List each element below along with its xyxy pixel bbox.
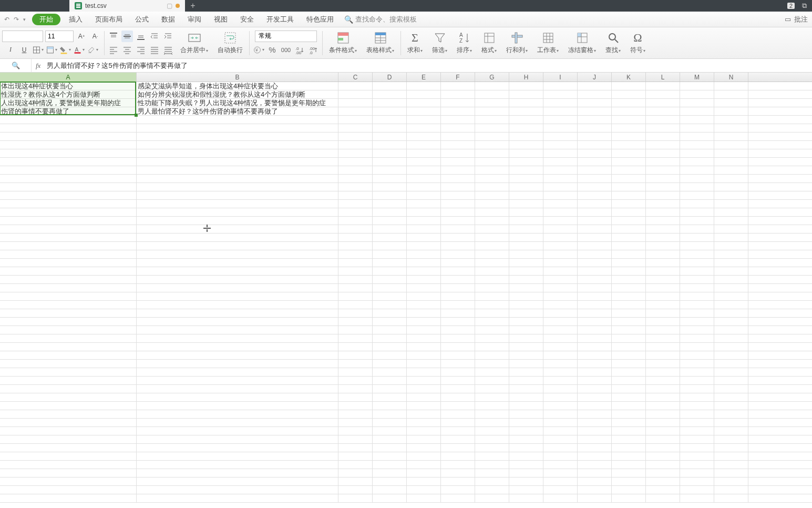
increase-decimal-button[interactable]: .0.00: [294, 44, 305, 56]
number-format-select[interactable]: [255, 31, 317, 42]
comment-label[interactable]: 批注: [794, 15, 808, 24]
svg-text:A: A: [459, 32, 463, 38]
decrease-decimal-button[interactable]: .00.0: [307, 44, 319, 56]
halign-center-button[interactable]: [121, 44, 133, 56]
rowcol-button[interactable]: 行和列▾: [503, 30, 531, 56]
svg-rect-5: [61, 53, 67, 54]
col-header-G[interactable]: G: [475, 73, 509, 82]
selection-fill-handle[interactable]: [135, 114, 138, 117]
decrease-font-button[interactable]: A-: [89, 31, 101, 42]
qat-dropdown[interactable]: ▾: [23, 17, 26, 22]
column-headers[interactable]: ABCDEFGHIJKLMN: [0, 73, 812, 82]
sort-button[interactable]: AZ 排序▾: [454, 30, 475, 56]
halign-right-button[interactable]: [135, 44, 147, 56]
menu-view[interactable]: 视图: [208, 12, 234, 27]
col-header-H[interactable]: H: [509, 73, 543, 82]
clear-format-button[interactable]: ▾: [87, 44, 98, 56]
percent-button[interactable]: %: [266, 44, 278, 56]
cell[interactable]: 性功能下降易失眠？男人出现这4种情况，要警惕是更年期的症: [137, 99, 337, 107]
font-color-button[interactable]: A▾: [73, 44, 85, 56]
valign-bot-button[interactable]: [135, 31, 147, 42]
underline-button[interactable]: U: [18, 44, 30, 56]
col-header-K[interactable]: K: [612, 73, 646, 82]
apparel-icon[interactable]: ⧉: [802, 2, 807, 10]
font-name-select[interactable]: [2, 31, 43, 42]
menu-start[interactable]: 开始: [32, 14, 60, 25]
wrap-text-button[interactable]: 自动换行: [214, 30, 246, 56]
search-icon: 🔍: [344, 15, 353, 24]
svg-rect-4: [47, 47, 54, 49]
cell[interactable]: 感染艾滋病早知道，身体出现这4种症状要当心: [137, 82, 337, 90]
col-header-E[interactable]: E: [407, 73, 441, 82]
menu-layout[interactable]: 页面布局: [89, 12, 129, 27]
increase-font-button[interactable]: A+: [76, 31, 87, 42]
currency-button[interactable]: ¥▾: [253, 44, 264, 56]
active-tab[interactable]: test.csv ▢: [69, 0, 185, 12]
find-button[interactable]: 查找▾: [602, 30, 624, 56]
name-box[interactable]: 🔍: [0, 59, 32, 72]
freeze-panes-button[interactable]: 冻结窗格▾: [565, 30, 599, 56]
col-header-J[interactable]: J: [578, 73, 612, 82]
halign-distribute-button[interactable]: [162, 44, 174, 56]
redo-button[interactable]: ↷: [14, 16, 19, 23]
col-header-F[interactable]: F: [441, 73, 475, 82]
svg-text:.00: .00: [295, 50, 302, 55]
col-header-M[interactable]: M: [680, 73, 714, 82]
italic-button[interactable]: I: [5, 44, 16, 56]
col-header-I[interactable]: I: [543, 73, 578, 82]
conditional-format-button[interactable]: 条件格式▾: [326, 30, 360, 56]
svg-text:.0: .0: [309, 50, 313, 55]
tab-preview-icon[interactable]: ▢: [167, 2, 172, 9]
merge-center-button[interactable]: 合并居中▾: [177, 30, 211, 56]
cell[interactable]: 如何分辨尖锐湿疣和假性湿疣？教你从这4个方面做判断: [137, 90, 337, 99]
menu-special[interactable]: 特色应用: [300, 12, 340, 27]
fill-color-button[interactable]: ▾: [59, 44, 71, 56]
cell-style-button[interactable]: ▾: [46, 44, 57, 56]
filter-button[interactable]: 筛选▾: [429, 30, 450, 56]
svg-rect-53: [338, 33, 348, 36]
command-search[interactable]: 🔍 查找命令、搜索模板: [340, 15, 421, 24]
spreadsheet-grid[interactable]: ABCDEFGHIJKLMN 体出现这4种症状要当心性湿疣？教你从这4个方面做判…: [0, 73, 812, 508]
cell[interactable]: 男人最怕肾不好？这5件伤肾的事情不要再做了: [137, 107, 337, 116]
menu-devtools[interactable]: 开发工具: [260, 12, 300, 27]
editing-group: Σ 求和▾ 筛选▾ AZ 排序▾ 格式▾ 行和列▾ 工作表▾ 冻结窗格▾: [404, 30, 649, 56]
notification-badge[interactable]: 2: [787, 3, 795, 9]
new-tab-button[interactable]: +: [185, 0, 201, 12]
formula-text[interactable]: 男人最怕肾不好？这5件伤肾的事情不要再做了: [45, 61, 812, 70]
col-header-B[interactable]: B: [137, 73, 338, 82]
table-style-button[interactable]: 表格样式▾: [363, 30, 397, 56]
col-header-D[interactable]: D: [373, 73, 407, 82]
format-label: 格式: [481, 46, 494, 54]
col-header-L[interactable]: L: [646, 73, 680, 82]
worksheet-button[interactable]: 工作表▾: [534, 30, 562, 56]
alignment-group: 合并居中▾ 自动换行: [108, 30, 246, 56]
valign-top-button[interactable]: [108, 31, 119, 42]
halign-left-button[interactable]: [108, 44, 119, 56]
indent-decrease-button[interactable]: [149, 31, 160, 42]
sum-button[interactable]: Σ 求和▾: [404, 30, 426, 56]
valign-mid-button[interactable]: [121, 31, 133, 42]
filter-label: 筛选: [432, 46, 445, 54]
undo-button[interactable]: ↶: [4, 16, 9, 23]
symbol-button[interactable]: Ω 符号▾: [627, 30, 649, 56]
thousands-button[interactable]: 000: [280, 44, 292, 56]
cells-area[interactable]: 体出现这4种症状要当心性湿疣？教你从这4个方面做判断人出现这4种情况，要警惕是更…: [0, 82, 812, 503]
col-header-A[interactable]: A: [0, 73, 137, 82]
font-size-select[interactable]: [45, 31, 74, 42]
col-header-C[interactable]: C: [338, 73, 373, 82]
menu-formula[interactable]: 公式: [129, 12, 155, 27]
halign-justify-button[interactable]: [149, 44, 160, 56]
menu-data[interactable]: 数据: [155, 12, 181, 27]
menu-review[interactable]: 审阅: [181, 12, 208, 27]
col-header-N[interactable]: N: [714, 73, 748, 82]
comment-icon[interactable]: ▭: [785, 15, 791, 23]
sum-label: 求和: [407, 46, 420, 54]
menu-insert[interactable]: 插入: [63, 12, 89, 27]
worksheet-label: 工作表: [537, 46, 556, 54]
format-button[interactable]: 格式▾: [478, 30, 500, 56]
indent-increase-button[interactable]: [162, 31, 174, 42]
unsaved-indicator-icon: [176, 4, 180, 8]
border-button[interactable]: ▾: [32, 44, 44, 56]
fx-icon[interactable]: fx: [32, 62, 45, 70]
menu-security[interactable]: 安全: [234, 12, 260, 27]
